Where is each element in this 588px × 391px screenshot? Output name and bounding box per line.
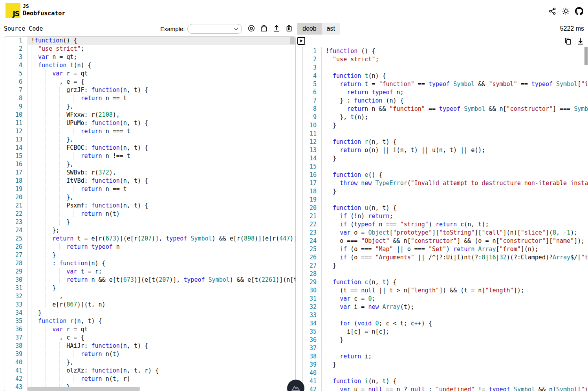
code-text: WFxxw: r(2108), bbox=[28, 111, 295, 119]
tab-ast[interactable]: ast bbox=[322, 23, 340, 35]
copy-icon[interactable] bbox=[564, 37, 572, 46]
line-number: 8 bbox=[4, 94, 28, 103]
code-text: return n(t, r) bbox=[28, 375, 295, 383]
line-number: 19 bbox=[4, 185, 28, 193]
line-number: 6 bbox=[4, 78, 28, 86]
code-line: 17 throw new TypeError("Invalid attempt … bbox=[303, 179, 588, 187]
code-line: 4 function t(n) { bbox=[303, 72, 588, 80]
code-text: function c(n, t) { bbox=[322, 278, 588, 286]
line-number: 11 bbox=[303, 130, 322, 138]
line-number: 17 bbox=[303, 179, 322, 187]
line-number: 21 bbox=[4, 202, 28, 210]
code-text: var i = new Array(t); bbox=[322, 303, 588, 311]
line-number: 29 bbox=[303, 278, 322, 286]
code-text bbox=[322, 130, 588, 138]
code-line: 18 } bbox=[303, 187, 588, 196]
code-text: if (!n) return; bbox=[322, 212, 588, 220]
code-text: } bbox=[322, 336, 588, 344]
code-line: 19 return n == t bbox=[4, 185, 295, 193]
code-text: i[c] = n[c]; bbox=[322, 328, 588, 336]
code-line: 38 HAiJr: function(n, t) { bbox=[4, 342, 295, 350]
code-line: 32 , bbox=[4, 292, 295, 301]
code-line: 22 return n(t) bbox=[4, 210, 295, 218]
code-line: 3 var n = qt; bbox=[4, 53, 295, 61]
app-title-line2: Deobfuscator bbox=[23, 10, 65, 17]
line-number: 15 bbox=[4, 152, 28, 160]
share-icon[interactable] bbox=[548, 7, 557, 15]
line-number: 36 bbox=[303, 336, 322, 344]
code-line: 11 UPuMo: function(n, t) { bbox=[4, 119, 295, 127]
source-horizontal-scrollbar[interactable] bbox=[27, 387, 140, 391]
line-number: 31 bbox=[303, 295, 322, 303]
code-line: 14 } bbox=[303, 154, 588, 163]
line-number: 26 bbox=[303, 253, 322, 262]
github-icon[interactable] bbox=[575, 7, 583, 15]
line-number: 23 bbox=[303, 229, 322, 237]
code-text: return n(t) bbox=[28, 210, 295, 218]
line-number: 43 bbox=[4, 383, 28, 391]
code-line: 8 return n && "function" == typeof Symbo… bbox=[303, 105, 588, 113]
line-number: 13 bbox=[303, 146, 322, 154]
code-text: return typeof n; bbox=[322, 88, 588, 97]
app-title-line1: JS bbox=[23, 3, 65, 10]
code-line: 13 return o(n) || i(n, t) || u(n, t) || … bbox=[303, 146, 588, 154]
example-select[interactable] bbox=[187, 24, 242, 34]
line-number: 12 bbox=[4, 127, 28, 136]
code-line: 31 var c = 0; bbox=[303, 295, 588, 303]
download-icon[interactable] bbox=[576, 37, 585, 46]
code-text bbox=[322, 344, 588, 352]
code-line: 40 bbox=[303, 369, 588, 377]
code-text: return typeof n bbox=[28, 243, 295, 251]
code-line: 25 return t = e[r(673)](e[r(207)], typeo… bbox=[4, 235, 295, 243]
line-number: 27 bbox=[303, 262, 322, 270]
line-number: 13 bbox=[4, 136, 28, 144]
code-line: 10 WFxxw: r(2108), bbox=[4, 111, 295, 119]
code-line: 9 }, bbox=[4, 103, 295, 111]
line-number: 8 bbox=[303, 105, 322, 113]
code-text: return t = "function" == typeof Symbol &… bbox=[322, 80, 588, 88]
code-text: return t = e[r(673)](e[r(207)], typeof S… bbox=[28, 235, 295, 243]
code-line: 37 bbox=[303, 344, 588, 352]
code-text: }, t(n); bbox=[322, 113, 588, 121]
output-tabs: deob ast bbox=[297, 23, 340, 35]
code-text: ItVBd: function(n, t) { bbox=[28, 177, 295, 185]
line-number: 2 bbox=[4, 45, 28, 53]
paste-icon[interactable] bbox=[260, 24, 268, 33]
tab-deob[interactable]: deob bbox=[297, 23, 322, 35]
code-text: !function () { bbox=[322, 47, 588, 55]
settings-gear-icon[interactable] bbox=[247, 24, 256, 33]
line-number: 36 bbox=[4, 325, 28, 334]
code-line: 30 (t == null || t > n["length"]) && (t … bbox=[303, 286, 588, 295]
code-text: e[r(867)](t, n) bbox=[28, 301, 295, 309]
line-number: 5 bbox=[4, 70, 28, 78]
code-text: function e() { bbox=[322, 171, 588, 179]
code-line: 41 function i(n, t) { bbox=[303, 377, 588, 385]
code-text: var r = qt bbox=[28, 70, 295, 78]
app-title: JS Deobfuscator bbox=[23, 3, 65, 17]
output-code-lines: 1!function () {2 "use strict";34 functio… bbox=[303, 47, 588, 391]
source-vertical-scrollbar[interactable] bbox=[290, 37, 295, 44]
code-text: } bbox=[28, 251, 295, 259]
line-number: 15 bbox=[303, 163, 322, 171]
run-button[interactable] bbox=[297, 37, 305, 45]
code-text: }, bbox=[28, 160, 295, 169]
code-line: 5 var r = qt bbox=[4, 70, 295, 78]
line-number: 41 bbox=[303, 377, 322, 385]
code-line: 28 : function(n) { bbox=[4, 259, 295, 268]
output-editor[interactable]: 1!function () {2 "use strict";34 functio… bbox=[302, 47, 588, 391]
line-number: 30 bbox=[303, 286, 322, 295]
code-line: 39 return n(t) bbox=[4, 350, 295, 358]
code-line: 3 bbox=[303, 64, 588, 72]
source-editor[interactable]: 1!function() {2 "use strict";3 var n = q… bbox=[4, 36, 296, 391]
output-vertical-scrollbar[interactable] bbox=[584, 47, 588, 65]
line-number: 25 bbox=[303, 245, 322, 253]
trash-icon[interactable] bbox=[285, 24, 293, 33]
code-line: 20 function u(n, t) { bbox=[303, 204, 588, 212]
code-text bbox=[322, 311, 588, 319]
upload-icon[interactable] bbox=[272, 24, 281, 33]
code-text: var r = qt bbox=[28, 325, 295, 334]
sun-icon[interactable] bbox=[562, 7, 570, 15]
code-text: }, bbox=[28, 136, 295, 144]
code-text: FCBOC: function(n, t) { bbox=[28, 144, 295, 152]
code-text bbox=[322, 163, 588, 171]
